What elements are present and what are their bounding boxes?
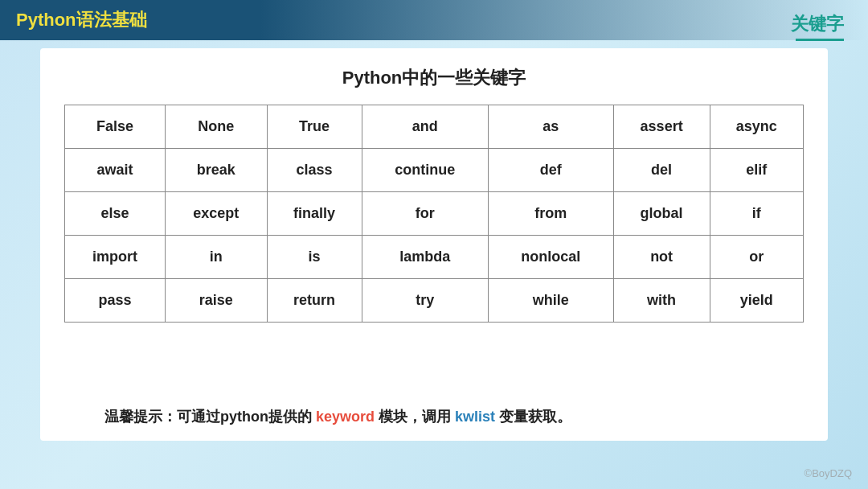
table-cell: import <box>65 236 166 279</box>
table-cell: and <box>362 105 488 149</box>
table-cell: assert <box>613 105 710 149</box>
table-row: passraisereturntrywhilewithyield <box>65 279 804 323</box>
table-row: importinislambdanonlocalnotor <box>65 236 804 279</box>
footer-note: 温馨提示：可通过python提供的 keyword 模块，调用 kwlist 变… <box>80 401 788 433</box>
page-subtitle: Python中的一些关键字 <box>40 48 828 105</box>
keyword-underline <box>796 39 844 41</box>
footer-highlight-keyword: keyword <box>316 409 375 425</box>
footer-note-middle: 模块，调用 <box>375 409 455 425</box>
table-cell: else <box>65 192 166 236</box>
table-cell: def <box>489 149 614 192</box>
table-cell: not <box>613 236 710 279</box>
watermark: ©BoyDZQ <box>805 467 852 479</box>
table-cell: return <box>267 279 362 323</box>
table-cell: as <box>489 105 614 149</box>
table-cell: while <box>489 279 614 323</box>
table-cell: lambda <box>362 236 488 279</box>
table-cell: with <box>613 279 710 323</box>
footer-highlight-kwlist: kwlist <box>455 409 495 425</box>
main-content: Python中的一些关键字 FalseNoneTrueandasassertas… <box>40 48 828 441</box>
top-title: Python语法基础 <box>16 8 147 32</box>
table-cell: nonlocal <box>489 236 614 279</box>
table-cell: finally <box>267 192 362 236</box>
table-cell: raise <box>165 279 267 323</box>
table-cell: del <box>613 149 710 192</box>
table-cell: True <box>267 105 362 149</box>
table-cell: or <box>710 236 803 279</box>
table-cell: in <box>165 236 267 279</box>
table-cell: elif <box>710 149 803 192</box>
table-cell: except <box>165 192 267 236</box>
keyword-table: FalseNoneTrueandasassertasyncawaitbreakc… <box>64 105 804 323</box>
top-bar: Python语法基础 <box>0 0 868 40</box>
footer-note-after: 变量获取。 <box>495 409 571 425</box>
table-cell: class <box>267 149 362 192</box>
keyword-label: 关键字 <box>791 12 844 36</box>
table-row: awaitbreakclasscontinuedefdelelif <box>65 149 804 192</box>
table-cell: global <box>613 192 710 236</box>
table-cell: await <box>65 149 166 192</box>
table-cell: try <box>362 279 488 323</box>
table-cell: is <box>267 236 362 279</box>
table-cell: from <box>489 192 614 236</box>
table-cell: async <box>710 105 803 149</box>
table-cell: for <box>362 192 488 236</box>
table-row: elseexceptfinallyforfromglobalif <box>65 192 804 236</box>
footer-note-before: 温馨提示：可通过python提供的 <box>104 409 316 425</box>
table-cell: yield <box>710 279 803 323</box>
table-cell: continue <box>362 149 488 192</box>
table-cell: None <box>165 105 267 149</box>
table-row: FalseNoneTrueandasassertasync <box>65 105 804 149</box>
table-cell: pass <box>65 279 166 323</box>
table-cell: if <box>710 192 803 236</box>
table-cell: break <box>165 149 267 192</box>
table-cell: False <box>65 105 166 149</box>
